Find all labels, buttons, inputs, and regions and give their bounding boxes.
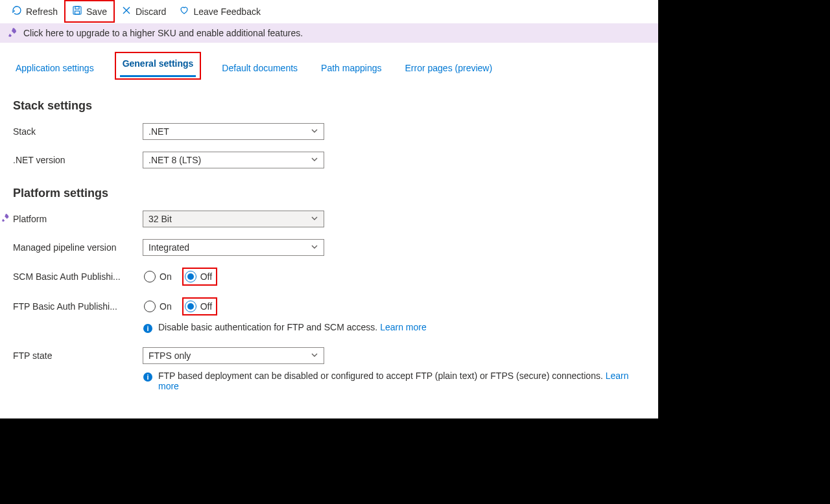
stack-settings-title: Stack settings xyxy=(13,99,645,113)
ftp-auth-on[interactable]: On xyxy=(143,299,176,314)
radio-label: On xyxy=(160,271,172,282)
radio-icon xyxy=(144,271,156,282)
scm-auth-label: SCM Basic Auth Publishi... xyxy=(13,271,143,282)
tab-general-wrap: General settings xyxy=(115,52,202,80)
platform-select[interactable]: 32 Bit xyxy=(143,211,324,227)
scm-auth-off[interactable]: Off xyxy=(182,268,217,286)
info-icon: i xyxy=(143,371,153,384)
tab-path-mappings[interactable]: Path mappings xyxy=(318,59,384,80)
platform-settings-title: Platform settings xyxy=(13,187,645,200)
radio-icon xyxy=(185,271,196,282)
pipeline-value: Integrated xyxy=(148,242,189,253)
ftp-state-value: FTPS only xyxy=(148,350,191,361)
scm-auth-on[interactable]: On xyxy=(143,269,176,284)
ftp-state-info-text: FTP based deployment can be disabled or … xyxy=(158,371,603,381)
rocket-icon xyxy=(8,27,23,40)
tab-application-settings[interactable]: Application settings xyxy=(13,59,97,80)
stack-label: Stack xyxy=(13,126,143,137)
auth-info-text: Disable basic authentication for FTP and… xyxy=(158,322,377,332)
net-version-select[interactable]: .NET 8 (LTS) xyxy=(143,152,324,168)
ftp-auth-off[interactable]: Off xyxy=(182,297,217,315)
ftp-auth-radio-group: On Off xyxy=(143,297,217,315)
radio-label: Off xyxy=(200,271,212,282)
net-version-label: .NET version xyxy=(13,155,143,165)
auth-info-row: i Disable basic authentication for FTP a… xyxy=(143,322,645,336)
save-label: Save xyxy=(86,6,107,17)
radio-label: Off xyxy=(200,301,212,312)
svg-rect-1 xyxy=(75,6,79,9)
chevron-down-icon xyxy=(311,126,318,137)
ftp-state-label: FTP state xyxy=(13,350,143,361)
auth-learn-more-link[interactable]: Learn more xyxy=(380,322,427,332)
svg-rect-0 xyxy=(73,6,81,14)
toolbar: Refresh Save Discard Leave Feedback xyxy=(0,0,658,23)
chevron-down-icon xyxy=(311,214,318,224)
chevron-down-icon xyxy=(311,155,318,165)
discard-label: Discard xyxy=(136,6,166,17)
pipeline-select[interactable]: Integrated xyxy=(143,239,324,256)
stack-select[interactable]: .NET xyxy=(143,123,324,140)
refresh-button[interactable]: Refresh xyxy=(5,1,64,21)
upgrade-banner[interactable]: Click here to upgrade to a higher SKU an… xyxy=(0,23,658,43)
info-icon: i xyxy=(143,322,153,336)
radio-label: On xyxy=(160,301,172,312)
content: Stack settings Stack .NET .NET version .… xyxy=(0,80,658,413)
heart-icon xyxy=(179,5,189,17)
discard-button[interactable]: Discard xyxy=(115,1,172,21)
refresh-label: Refresh xyxy=(26,6,58,17)
platform-label: Platform xyxy=(13,214,143,224)
svg-rect-2 xyxy=(75,11,80,14)
ftp-state-select[interactable]: FTPS only xyxy=(143,347,324,364)
net-version-value: .NET 8 (LTS) xyxy=(148,155,201,165)
feedback-label: Leave Feedback xyxy=(193,6,261,17)
ftp-auth-label: FTP Basic Auth Publishi... xyxy=(13,301,143,312)
close-icon xyxy=(121,5,132,17)
platform-value: 32 Bit xyxy=(148,214,172,224)
pipeline-label: Managed pipeline version xyxy=(13,242,143,253)
save-button[interactable]: Save xyxy=(64,0,115,23)
tab-error-pages[interactable]: Error pages (preview) xyxy=(402,59,495,80)
chevron-down-icon xyxy=(311,242,318,253)
svg-text:i: i xyxy=(147,325,148,332)
radio-icon xyxy=(144,301,156,312)
tabs: Application settings General settings De… xyxy=(0,43,658,80)
tab-default-documents[interactable]: Default documents xyxy=(219,59,300,80)
scm-auth-radio-group: On Off xyxy=(143,268,217,286)
rocket-icon xyxy=(1,213,10,224)
stack-value: .NET xyxy=(148,126,169,137)
feedback-button[interactable]: Leave Feedback xyxy=(172,1,267,21)
ftp-state-info-row: i FTP based deployment can be disabled o… xyxy=(143,371,645,391)
save-icon xyxy=(72,5,82,17)
refresh-icon xyxy=(12,5,22,17)
banner-text: Click here to upgrade to a higher SKU an… xyxy=(23,28,303,38)
radio-icon xyxy=(185,301,196,312)
tab-general-settings[interactable]: General settings xyxy=(120,54,196,77)
chevron-down-icon xyxy=(311,350,318,361)
svg-text:i: i xyxy=(147,373,148,381)
